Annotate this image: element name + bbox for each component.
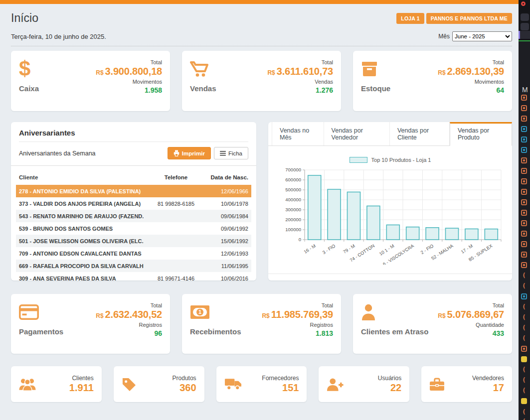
- total-label: Total: [262, 302, 333, 308]
- svg-text:2 - FIO: 2 - FIO: [420, 243, 434, 255]
- bracket-symbol-icon[interactable]: (: [522, 325, 526, 331]
- mini-label: Clientes: [69, 375, 94, 382]
- bracket-symbol-icon[interactable]: (: [522, 283, 526, 289]
- birthdate-cell: 09/06/1992: [208, 226, 248, 232]
- col-cliente: Cliente: [19, 174, 144, 180]
- bar-chart: 0100000200000300000400000500000600000700…: [268, 163, 512, 267]
- count-label: Movimentos: [96, 79, 162, 85]
- bracket-symbol-icon[interactable]: (: [522, 388, 526, 394]
- bar-79 - M: [348, 192, 360, 240]
- print-button[interactable]: Imprimir: [168, 147, 211, 159]
- clientes-card[interactable]: Clientes 1.911: [11, 366, 102, 402]
- bracket-symbol-icon[interactable]: (: [522, 304, 526, 310]
- usuarios-card[interactable]: Usuários 22: [319, 366, 409, 402]
- month-select[interactable]: June - 2025: [452, 31, 512, 41]
- recebimentos-card[interactable]: 1 Recebimentos Total R$11.985.769,39 Reg…: [182, 294, 341, 354]
- vendedores-card[interactable]: Vendedores 17: [421, 366, 512, 402]
- method-symbol-icon[interactable]: [521, 178, 527, 184]
- active-file-indicator: [519, 31, 530, 39]
- birthday-table-row[interactable]: 669 - RAFAELA PROCOPIO DA SILVA CARVALHO…: [16, 260, 251, 272]
- store-badge[interactable]: LOJA 1: [396, 13, 424, 24]
- birthday-table-row[interactable]: 309 - ANA SEVERINA PAES DA SILVA81 99671…: [16, 272, 251, 284]
- mini-label: Produtos: [173, 375, 196, 382]
- birthdate-cell: 12/06/1966: [208, 188, 248, 194]
- user-icon: [361, 301, 428, 323]
- mini-value: 360: [173, 382, 196, 394]
- ficha-button[interactable]: Ficha: [214, 147, 248, 159]
- svg-text:79 - M: 79 - M: [342, 243, 355, 255]
- client-cell: 278 - ANTONIO EMIDIO DA SILVA (PALESTINA…: [19, 188, 144, 194]
- method-symbol-icon[interactable]: [521, 189, 527, 195]
- produtos-card[interactable]: Produtos 360: [114, 366, 204, 402]
- bracket-symbol-icon[interactable]: (: [522, 273, 526, 279]
- client-cell: 709 - ANTONIO EDSON CAVALCANTE DANTAS: [19, 251, 144, 257]
- warning-symbol-icon[interactable]: [521, 398, 527, 404]
- company-badge[interactable]: PANNOS E PANNOS LTDA ME: [426, 13, 512, 24]
- caixa-card[interactable]: $ Caixa Total R$3.900.800,18 Movimentos …: [11, 51, 170, 111]
- warning-symbol-icon[interactable]: [521, 356, 527, 362]
- printer-icon: [174, 150, 179, 156]
- bracket-symbol-icon[interactable]: (: [522, 335, 526, 341]
- field-symbol-icon[interactable]: [521, 137, 527, 142]
- client-cell: 373 - VALDIR DOS ANJOS PEREIRA (ANGELA): [19, 201, 144, 207]
- svg-text:600000: 600000: [285, 177, 301, 182]
- method-symbol-icon[interactable]: [521, 241, 527, 247]
- fornecedores-card[interactable]: Fornecedores 151: [216, 366, 307, 402]
- birthday-table-row[interactable]: 709 - ANTONIO EDSON CAVALCANTE DANTAS12/…: [16, 247, 251, 260]
- legend-label: Top 10 Produtos - Loja 1: [371, 157, 431, 163]
- tab-vendas-por-produto[interactable]: Vendas por Produto: [450, 122, 512, 146]
- briefcase-icon: [429, 378, 445, 391]
- method-symbol-icon[interactable]: [521, 199, 527, 205]
- vendas-card[interactable]: Vendas Total R$3.611.610,73 Vendas 1.276: [182, 51, 341, 111]
- field-symbol-icon[interactable]: [521, 126, 527, 132]
- svg-text:500000: 500000: [285, 187, 301, 192]
- method-symbol-icon[interactable]: [521, 220, 527, 226]
- method-symbol-icon[interactable]: [521, 168, 527, 174]
- svg-text:400000: 400000: [285, 197, 301, 202]
- box-icon: [361, 58, 390, 80]
- page-title: Início: [11, 11, 38, 25]
- birthday-table-row[interactable]: 539 - BRUNO DOS SANTOS GOMES09/06/1992: [16, 222, 251, 235]
- chart-legend: Top 10 Produtos - Loja 1: [268, 157, 512, 163]
- method-symbol-icon[interactable]: [521, 157, 527, 163]
- bracket-symbol-icon[interactable]: (: [522, 314, 526, 320]
- tag-icon: [122, 377, 136, 392]
- svg-text:17 - M: 17 - M: [460, 243, 474, 255]
- bar-2 - FIO: [426, 228, 439, 240]
- method-symbol-icon[interactable]: [521, 210, 527, 216]
- tab-vendas-por-vendedor[interactable]: Vendas por Vendedor: [324, 122, 390, 145]
- method-symbol-icon[interactable]: [521, 116, 527, 122]
- method-symbol-icon[interactable]: [521, 252, 527, 258]
- client-cell: 309 - ANA SEVERINA PAES DA SILVA: [19, 276, 144, 281]
- birthday-table-row[interactable]: 278 - ANTONIO EMIDIO DA SILVA (PALESTINA…: [16, 185, 251, 197]
- field-symbol-icon[interactable]: [521, 147, 527, 153]
- bracket-symbol-icon[interactable]: (: [522, 409, 526, 415]
- panel-footer-divider: [268, 274, 512, 274]
- method-symbol-icon[interactable]: [521, 95, 527, 101]
- clientes-em-atraso-card[interactable]: Clientes em Atraso Total R$5.076.869,67 …: [353, 294, 512, 354]
- method-symbol-icon[interactable]: [521, 262, 527, 268]
- pagamentos-card[interactable]: Pagamentos Total R$2.632.430,52 Registro…: [11, 294, 170, 354]
- estoque-card[interactable]: Estoque Total R$2.869.130,39 Movimentos …: [353, 51, 512, 111]
- money-bill-icon: 1: [190, 301, 241, 323]
- card-title: Recebimentos: [190, 327, 241, 336]
- birthday-table-row[interactable]: 373 - VALDIR DOS ANJOS PEREIRA (ANGELA)8…: [16, 197, 251, 210]
- birthday-table-row[interactable]: 501 - JOSE WELISSON GOMES OLIVEIRA (ELC.…: [16, 235, 251, 247]
- bracket-symbol-icon[interactable]: (: [522, 367, 526, 373]
- birthday-table-row[interactable]: 543 - RENATO MARINHO DE ARAUJO (FAZEND..…: [16, 210, 251, 222]
- method-symbol-icon[interactable]: [521, 231, 527, 237]
- method-symbol-icon[interactable]: [521, 105, 527, 111]
- list-icon: [220, 151, 226, 156]
- total-label: Total: [438, 59, 504, 65]
- birthdate-cell: 15/06/1992: [208, 238, 248, 244]
- bar-10 1 - M: [386, 225, 399, 240]
- total-amount: R$3.900.800,18: [96, 66, 162, 77]
- mini-value: 151: [262, 382, 299, 394]
- total-label: Total: [96, 302, 162, 308]
- field-symbol-icon[interactable]: [521, 293, 527, 299]
- method-symbol-icon[interactable]: [521, 346, 527, 352]
- svg-text:100000: 100000: [285, 227, 301, 232]
- bracket-symbol-icon[interactable]: (: [522, 377, 526, 383]
- tab-vendas-por-cliente[interactable]: Vendas por Cliente: [390, 122, 450, 145]
- tab-vendas-no-mes[interactable]: Vendas no Mês: [272, 122, 324, 145]
